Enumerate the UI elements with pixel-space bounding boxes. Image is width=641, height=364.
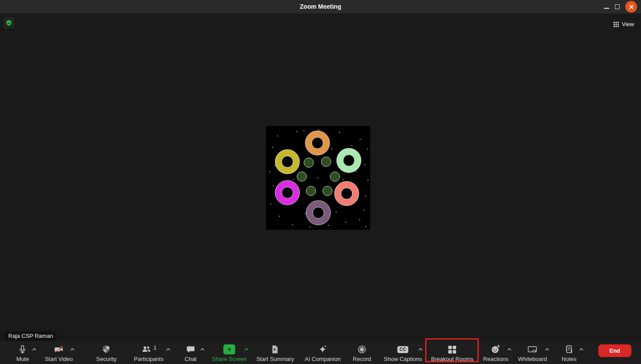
chevron-up-icon[interactable] [244, 348, 249, 351]
cc-icon: CC [397, 346, 408, 353]
reactions-smiley-icon [491, 344, 501, 355]
meeting-toolbar: Mute Start Video Secur [0, 341, 641, 364]
close-icon [629, 4, 634, 10]
ai-companion-label: AI Companion [305, 356, 341, 363]
reactions-label: Reactions [483, 356, 508, 363]
close-button[interactable] [625, 1, 637, 13]
window-controls [604, 0, 637, 14]
ai-sparkle-icon [317, 344, 328, 355]
breakout-rooms-icon [447, 344, 457, 355]
security-shield-icon [5, 19, 13, 27]
video-camera-off-icon [54, 344, 64, 355]
toolbar-record[interactable]: Record [353, 344, 371, 363]
show-captions-label: Show Captions [384, 356, 422, 363]
toolbar-share-screen[interactable]: Share Screen [212, 344, 247, 363]
meeting-info-button[interactable] [3, 17, 14, 28]
end-button[interactable]: End [598, 344, 631, 357]
toolbar-start-video[interactable]: Start Video [45, 344, 73, 363]
whiteboard-label: Whiteboard [518, 356, 547, 363]
toolbar-show-captions[interactable]: CC Show Captions [384, 344, 422, 363]
shield-icon [101, 344, 112, 355]
chevron-up-icon[interactable] [545, 348, 550, 351]
summary-document-icon [270, 344, 280, 355]
chevron-up-icon[interactable] [200, 348, 205, 351]
toolbar-participants[interactable]: 1 Participants [134, 344, 164, 363]
chat-label: Chat [184, 356, 196, 363]
window-title: Zoom Meeting [0, 0, 641, 14]
toolbar-security[interactable]: Security [96, 344, 117, 363]
grid-view-icon [613, 21, 619, 27]
toolbar-mute[interactable]: Mute [17, 344, 29, 363]
titlebar: Zoom Meeting [0, 0, 641, 14]
toolbar-breakout-rooms[interactable]: Breakout Rooms [431, 344, 474, 363]
chevron-up-icon[interactable] [418, 348, 423, 351]
notes-icon [564, 344, 574, 355]
view-button[interactable]: View [613, 21, 634, 27]
chevron-up-icon[interactable] [579, 348, 584, 351]
shared-image-svg [266, 126, 370, 230]
breakout-rooms-label: Breakout Rooms [431, 356, 474, 363]
participants-label: Participants [134, 356, 164, 363]
toolbar-chat[interactable]: Chat [184, 344, 196, 363]
toolbar-start-summary[interactable]: Start Summary [256, 344, 294, 363]
record-label: Record [353, 356, 371, 363]
start-video-label: Start Video [45, 356, 73, 363]
toolbar-notes[interactable]: Notes [562, 344, 576, 363]
toolbar-ai-companion[interactable]: AI Companion [305, 344, 341, 363]
whiteboard-icon [527, 344, 538, 355]
record-icon [357, 344, 367, 355]
meeting-area: View Raja CSP Raman [0, 14, 641, 341]
toolbar-whiteboard[interactable]: Whiteboard [518, 344, 547, 363]
participants-icon [141, 344, 152, 355]
share-screen-icon [224, 344, 235, 354]
chat-bubble-icon [185, 344, 196, 355]
chevron-up-icon[interactable] [166, 348, 171, 351]
chevron-up-icon[interactable] [70, 348, 75, 351]
microphone-icon [17, 344, 28, 355]
toolbar-reactions[interactable]: Reactions [483, 344, 508, 363]
chevron-up-icon[interactable] [507, 348, 512, 351]
maximize-button[interactable] [615, 4, 620, 9]
participant-name-tag: Raja CSP Raman [4, 331, 57, 341]
view-label: View [622, 21, 634, 27]
notes-label: Notes [562, 356, 576, 363]
chevron-up-icon[interactable] [32, 348, 37, 351]
minimize-button[interactable] [604, 8, 609, 9]
start-summary-label: Start Summary [256, 356, 294, 363]
mute-label: Mute [17, 356, 29, 363]
share-screen-label: Share Screen [212, 356, 247, 363]
security-label: Security [96, 356, 117, 363]
participants-count: 1 [153, 345, 157, 351]
zoom-meeting-window: Zoom Meeting View [0, 0, 641, 364]
